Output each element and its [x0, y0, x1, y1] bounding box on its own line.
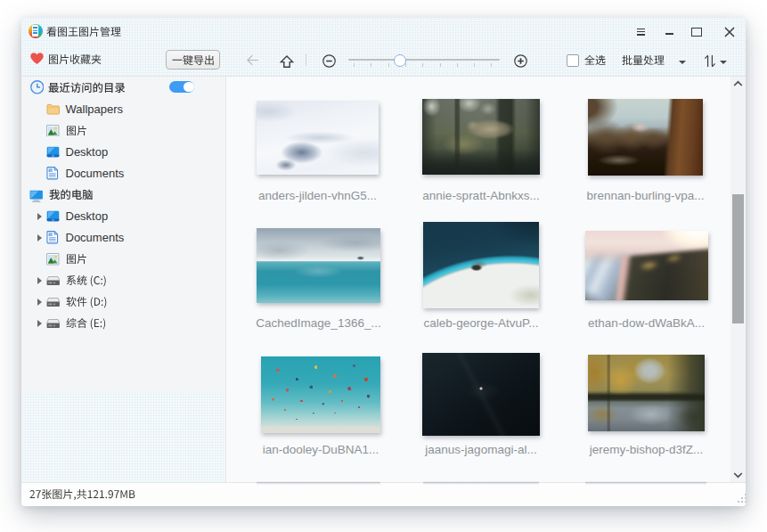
svg-text:W: W [49, 233, 53, 237]
svg-text:W: W [49, 169, 53, 173]
